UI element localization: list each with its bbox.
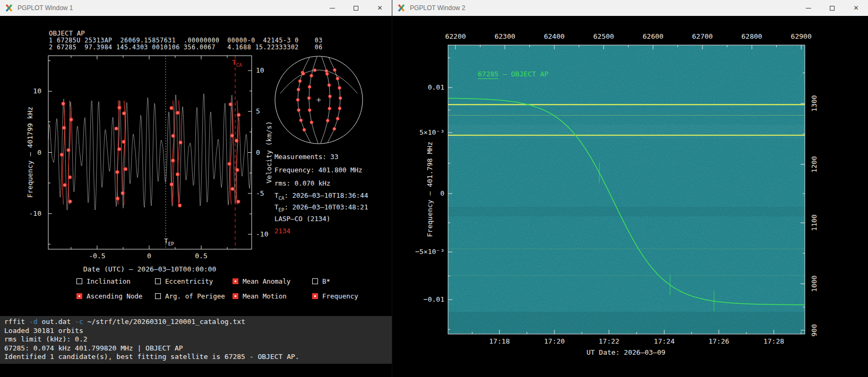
- rfi-line: [448, 115, 805, 116]
- spectrogram-plot[interactable]: [392, 16, 868, 377]
- measurement-point: [118, 106, 121, 109]
- desktop: PGPLOT Window 1 ✕ OBJECT AP 1 67285U 253…: [0, 0, 868, 377]
- measurement-point: [68, 176, 72, 179]
- maximize-button[interactable]: [820, 0, 844, 16]
- sky-measurement-point: [296, 99, 299, 102]
- sky-measurement-point: [325, 69, 328, 73]
- terminal-line: Loaded 30181 orbits: [4, 327, 388, 336]
- terminal-line: 67285: 0.074 kHz 401.799820 MHz | OBJECT…: [4, 344, 388, 353]
- terminal-text: Loaded 30181 orbits: [4, 327, 83, 335]
- maximize-icon: [830, 6, 835, 11]
- measurement-point: [60, 153, 63, 156]
- measurement-point: [235, 139, 238, 142]
- measurement-point: [236, 169, 239, 172]
- terminal-text: rms limit (kHz): 0.2: [4, 335, 88, 343]
- minimize-icon: [330, 8, 335, 8]
- minimize-icon: [806, 8, 811, 8]
- measurement-point: [230, 134, 234, 137]
- close-icon: ✕: [853, 4, 858, 12]
- terminal-line: rffit -d out.dat -c ~/strf/tle/20260310_…: [4, 318, 388, 327]
- pgplot-x-icon: [397, 4, 406, 12]
- measurement-point: [122, 140, 125, 143]
- doppler-fit-plot[interactable]: [0, 16, 392, 316]
- rfi-line: [448, 135, 805, 136]
- maximize-button[interactable]: [344, 0, 368, 16]
- sky-measurement-point: [328, 84, 331, 87]
- sky-measurement-point: [333, 127, 336, 130]
- measurement-point: [178, 204, 182, 207]
- pgplot-canvas-1: OBJECT AP 1 67285U 25313AP 26069.1585763…: [0, 16, 392, 377]
- sky-measurement-point: [338, 107, 341, 110]
- measurement-point: [179, 141, 182, 144]
- pgplot-x-icon: [5, 4, 13, 12]
- sky-measurement-point: [336, 117, 339, 120]
- maximize-icon: [354, 6, 358, 11]
- measurement-point: [115, 127, 118, 130]
- sky-measurement-point: [302, 72, 305, 75]
- sky-measurement-point: [333, 68, 337, 72]
- titlebar-window-2[interactable]: PGPLOT Window 2 ✕: [392, 0, 868, 16]
- window-title: PGPLOT Window 1: [18, 4, 316, 12]
- measurement-point: [68, 200, 72, 203]
- measurement-point: [237, 113, 240, 117]
- doppler-plot-axes: [48, 56, 252, 249]
- terminal-text: rffit: [4, 318, 29, 326]
- titlebar-window-1[interactable]: PGPLOT Window 1 ✕: [0, 0, 392, 16]
- terminal-option-flag: -d: [29, 318, 38, 326]
- sky-measurement-point: [303, 128, 306, 131]
- measurement-point: [170, 183, 173, 186]
- sky-measurement-point: [310, 74, 313, 77]
- sky-map: [275, 56, 363, 144]
- measurement-point: [176, 111, 179, 115]
- measurement-point: [123, 112, 126, 115]
- sky-measurement-point: [338, 86, 341, 90]
- sky-measurement-point: [307, 97, 311, 100]
- sky-measurement-point: [298, 80, 302, 83]
- measurement-point: [231, 187, 234, 190]
- spectrogram-noise: [448, 45, 805, 334]
- measurement-point: [171, 159, 175, 162]
- sky-measurement-point: [308, 109, 311, 112]
- measurement-point: [63, 183, 66, 187]
- terminal-option-flag: -c: [75, 318, 83, 326]
- minimize-button[interactable]: [320, 0, 344, 16]
- rfi-line: [448, 275, 805, 276]
- measurement-point: [63, 126, 66, 129]
- measurement-point: [228, 162, 231, 165]
- sky-measurement-point: [299, 119, 303, 122]
- sky-measurement-point: [297, 109, 300, 112]
- measurement-point: [67, 148, 70, 152]
- measurement-point: [70, 118, 73, 121]
- sky-measurement-point: [329, 95, 332, 98]
- minimize-button[interactable]: [796, 0, 820, 16]
- terminal-text: 67285: 0.074 kHz 401.799820 MHz | OBJECT…: [4, 344, 183, 352]
- measurement-point: [237, 200, 240, 203]
- terminal-text: Identified 1 candidate(s), best fitting …: [4, 353, 299, 361]
- measurement-point: [124, 168, 127, 171]
- terminal-line: Identified 1 candidate(s), best fitting …: [4, 353, 388, 362]
- sky-measurement-point: [326, 119, 329, 122]
- measurement-point: [229, 103, 232, 106]
- terminal[interactable]: rffit -d out.dat -c ~/strf/tle/20260310_…: [0, 316, 392, 364]
- window-title: PGPLOT Window 2: [410, 4, 792, 12]
- close-button[interactable]: ✕: [844, 0, 868, 16]
- terminal-text: out.dat: [38, 318, 75, 326]
- terminal-text: ~/strf/tle/20260310_120001_catalog.txt: [83, 318, 245, 326]
- pgplot-window-1: PGPLOT Window 1 ✕ OBJECT AP 1 67285U 253…: [0, 0, 392, 377]
- rfi-line: [448, 249, 805, 249]
- measurement-point: [118, 147, 121, 151]
- close-icon: ✕: [377, 4, 382, 12]
- measurement-point: [170, 107, 173, 110]
- sky-measurement-point: [328, 107, 331, 110]
- close-button[interactable]: ✕: [368, 0, 392, 16]
- sky-measurement-point: [336, 77, 339, 80]
- measurement-point: [171, 134, 175, 137]
- measurement-point: [116, 171, 119, 174]
- predicted-doppler-curve: [48, 94, 252, 210]
- pgplot-canvas-2: Frequency – 401.798 MHz UT Date: 2026–03…: [392, 16, 868, 377]
- pgplot-window-2: PGPLOT Window 2 ✕: [392, 0, 868, 377]
- measurement-point: [121, 191, 124, 195]
- rfi-line: [448, 104, 805, 105]
- measurement-point: [116, 197, 119, 200]
- sky-measurement-point: [313, 69, 316, 72]
